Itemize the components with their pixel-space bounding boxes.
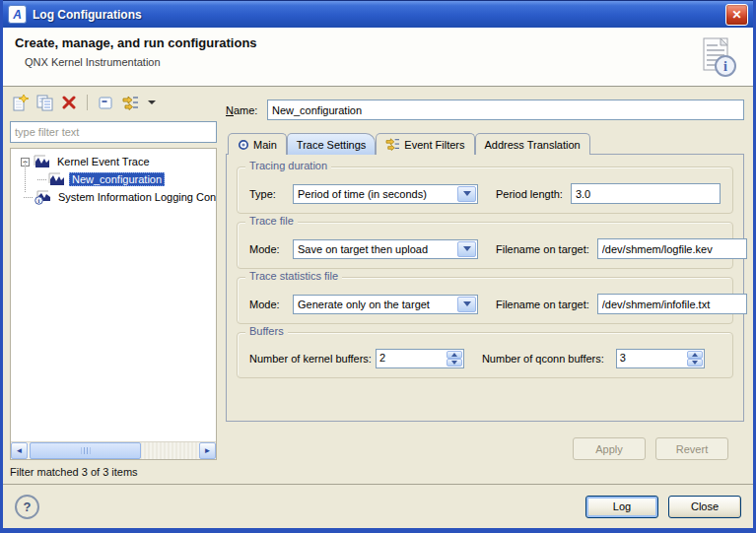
mode-label: Mode: xyxy=(249,243,293,255)
filter-icon xyxy=(122,96,139,110)
qconn-buffers-spinner[interactable]: 3 xyxy=(616,349,705,368)
filter-menu-caret-icon[interactable] xyxy=(148,100,156,104)
filename-on-target-label: Filename on target: xyxy=(496,243,589,255)
period-length-label: Period length: xyxy=(496,188,563,200)
dialog-content: − Kernel Event Trace xyxy=(3,87,753,484)
sidebar-toolbar xyxy=(8,91,219,114)
trace-settings-panel: Tracing duration Type: Period of time (i… xyxy=(226,154,744,422)
new-document-icon xyxy=(12,95,29,111)
tab-trace-settings[interactable]: Trace Settings xyxy=(287,133,377,155)
toolbar-separator xyxy=(87,95,88,110)
log-configurations-dialog: A Log Configurations ✕ Create, manage, a… xyxy=(0,0,756,533)
tree-item-kernel-event-trace[interactable]: − Kernel Event Trace xyxy=(11,153,216,170)
chevron-down-icon xyxy=(463,246,471,251)
combo-dropdown-button[interactable] xyxy=(457,186,476,202)
duplicate-icon xyxy=(36,95,53,111)
spinner-up-button[interactable] xyxy=(687,351,703,359)
tab-main[interactable]: Main xyxy=(228,133,287,155)
duplicate-button[interactable] xyxy=(35,94,53,111)
tree-connector-line xyxy=(25,161,26,192)
chevron-up-icon xyxy=(451,353,457,357)
spinner-down-button[interactable] xyxy=(447,359,462,366)
collapse-all-button[interactable] xyxy=(97,94,114,111)
system-info-logging-icon: i xyxy=(34,190,51,204)
page-title: Create, manage, and run configurations xyxy=(15,35,741,50)
document-info-icon: i xyxy=(694,35,739,79)
new-configuration-button[interactable] xyxy=(11,94,29,111)
tree-item-new-configuration[interactable]: New_configuration xyxy=(11,170,216,188)
mode-label: Mode: xyxy=(249,299,293,310)
chevron-up-icon xyxy=(692,353,698,357)
group-title: Buffers xyxy=(245,325,288,337)
tree-horizontal-scrollbar[interactable]: ◄ ► xyxy=(11,441,216,459)
event-filter-icon xyxy=(385,138,400,151)
kernel-event-trace-icon xyxy=(48,172,65,186)
scroll-right-button[interactable]: ► xyxy=(199,442,216,459)
tree-branch-line xyxy=(37,179,46,180)
scrollbar-track[interactable] xyxy=(28,442,199,459)
stats-filename-input[interactable] xyxy=(597,294,747,314)
footer-bar: ? Log Close xyxy=(3,484,753,528)
filter-input[interactable] xyxy=(10,121,217,143)
group-title: Trace statistics file xyxy=(245,270,342,282)
apply-button[interactable]: Apply xyxy=(573,437,646,460)
sidebar: − Kernel Event Trace xyxy=(8,91,219,482)
revert-button[interactable]: Revert xyxy=(655,437,728,460)
target-icon xyxy=(238,139,249,151)
tab-bar: Main Trace Settings Event Filters Addres… xyxy=(226,132,744,155)
filename-on-target-label: Filename on target: xyxy=(496,299,589,310)
trace-file-mode-select[interactable]: Save on target then upload xyxy=(293,239,478,259)
group-trace-file: Trace file Mode: Save on target then upl… xyxy=(237,222,733,269)
spinner-down-button[interactable] xyxy=(687,359,703,366)
chevron-down-icon xyxy=(692,361,698,365)
tree-item-system-info-logging[interactable]: i System Information Logging Con xyxy=(11,188,216,206)
delete-x-icon xyxy=(62,96,76,109)
titlebar[interactable]: A Log Configurations ✕ xyxy=(3,0,753,28)
duration-type-select[interactable]: Period of time (in seconds) xyxy=(293,184,478,204)
scrollbar-thumb[interactable] xyxy=(30,442,141,459)
type-label: Type: xyxy=(249,188,293,200)
close-button[interactable]: ✕ xyxy=(725,4,748,26)
spinner-up-button[interactable] xyxy=(447,351,462,359)
tree-branch-line xyxy=(24,197,33,198)
kernel-buffers-spinner[interactable]: 2 xyxy=(376,349,464,368)
close-icon: ✕ xyxy=(731,8,741,22)
kernel-event-trace-icon xyxy=(34,155,50,168)
filter-menu-button[interactable] xyxy=(121,94,139,111)
close-dialog-button[interactable]: Close xyxy=(668,496,741,518)
app-icon: A xyxy=(8,5,27,24)
log-button[interactable]: Log xyxy=(585,496,658,518)
group-title: Trace file xyxy=(245,215,298,227)
group-title: Tracing duration xyxy=(245,160,331,171)
svg-text:i: i xyxy=(38,197,40,204)
period-length-input[interactable] xyxy=(571,183,721,204)
chevron-down-icon xyxy=(463,301,471,306)
window-title: Log Configurations xyxy=(33,8,725,22)
chevron-down-icon xyxy=(451,361,457,365)
help-button[interactable]: ? xyxy=(15,495,39,519)
name-label: Name: xyxy=(226,104,267,116)
group-buffers: Buffers Number of kernel buffers: 2 Numb… xyxy=(237,332,733,378)
trace-filename-input[interactable] xyxy=(597,238,747,259)
group-trace-statistics-file: Trace statistics file Mode: Generate onl… xyxy=(237,277,733,324)
header-banner: Create, manage, and run configurations Q… xyxy=(3,28,753,87)
scroll-left-button[interactable]: ◄ xyxy=(11,442,28,459)
filter-status: Filter matched 3 of 3 items xyxy=(8,460,219,482)
group-tracing-duration: Tracing duration Type: Period of time (i… xyxy=(237,167,733,214)
combo-dropdown-button[interactable] xyxy=(457,297,476,312)
qconn-buffers-label: Number of qconn buffers: xyxy=(482,353,604,365)
configuration-tree: − Kernel Event Trace xyxy=(10,148,217,460)
collapse-all-icon xyxy=(99,96,113,110)
chevron-down-icon xyxy=(463,191,471,196)
page-subtitle: QNX Kernel Instrumentation xyxy=(25,56,741,68)
name-input[interactable] xyxy=(267,100,744,120)
stats-file-mode-select[interactable]: Generate only on the target xyxy=(293,295,478,314)
main-panel: Name: Main Trace Settings xyxy=(226,87,744,484)
combo-dropdown-button[interactable] xyxy=(457,241,476,257)
tab-address-translation[interactable]: Address Translation xyxy=(475,133,590,155)
help-icon: ? xyxy=(24,500,32,514)
tab-event-filters[interactable]: Event Filters xyxy=(376,133,474,155)
delete-button[interactable] xyxy=(60,94,78,111)
svg-text:i: i xyxy=(723,59,727,74)
kernel-buffers-label: Number of kernel buffers: xyxy=(249,353,372,365)
